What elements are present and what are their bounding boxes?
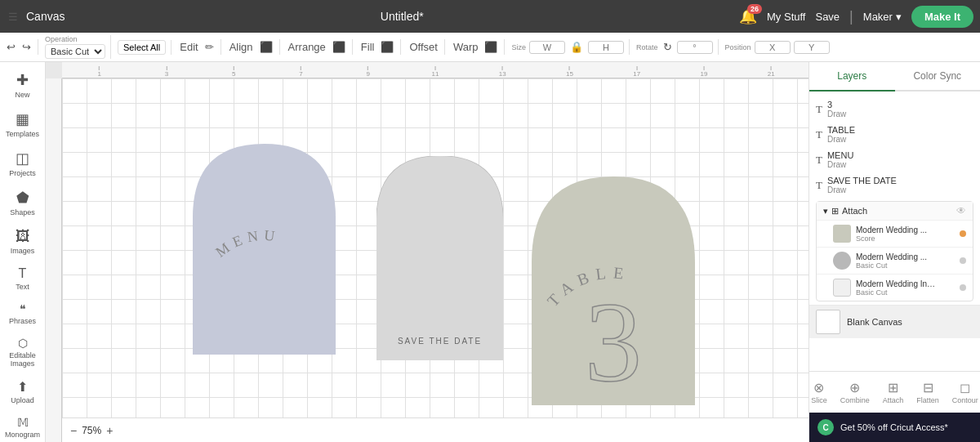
layer-name-save-the-date: SAVE THE DATE bbox=[827, 176, 973, 185]
doc-title: Untitled* bbox=[381, 10, 424, 23]
top-bar: ☰ Canvas Untitled* 🔔26 My Stuff Save | M… bbox=[0, 0, 980, 33]
redo-button[interactable]: ↪ bbox=[20, 39, 33, 55]
layer-item-save-the-date[interactable]: T SAVE THE DATE Draw bbox=[809, 172, 980, 198]
canvas-area[interactable]: 1 3 5 7 9 11 13 bbox=[46, 62, 808, 442]
size-group: Size 🔒 bbox=[511, 39, 630, 55]
sub-layer-thumb-invitation bbox=[833, 279, 851, 297]
layer-item-table[interactable]: T TABLE Draw bbox=[809, 122, 980, 147]
rotate-input[interactable] bbox=[677, 41, 713, 54]
offset-button[interactable]: Offset bbox=[408, 39, 439, 55]
make-it-button[interactable]: Make It bbox=[911, 6, 973, 28]
maker-button[interactable]: Maker ▾ bbox=[863, 11, 902, 23]
projects-icon: ◫ bbox=[16, 150, 29, 167]
sidebar-item-images[interactable]: 🖼 Images bbox=[0, 223, 45, 260]
table-card[interactable]: TABLE 3 bbox=[532, 176, 695, 405]
layer-icon-menu: T bbox=[816, 154, 822, 167]
layer-icon-save-the-date: T bbox=[816, 179, 822, 192]
attach-title: Attach bbox=[842, 206, 953, 216]
layer-sub-3: Draw bbox=[827, 109, 973, 118]
edit-button[interactable]: Edit bbox=[178, 39, 199, 55]
layer-item-3[interactable]: T 3 Draw bbox=[809, 96, 980, 122]
flatten-tool[interactable]: ⊟ Flatten bbox=[910, 377, 946, 408]
sub-layer-basic-cut[interactable]: Modern Wedding ... Basic Cut bbox=[817, 247, 973, 274]
contour-label: Contour bbox=[952, 396, 978, 404]
attach-tool[interactable]: ⊞ Attach bbox=[876, 377, 911, 408]
blank-canvas-item[interactable]: Blank Canvas bbox=[809, 305, 980, 338]
save-button[interactable]: Save bbox=[815, 11, 840, 23]
slice-tool[interactable]: ⊗ Slice bbox=[804, 377, 834, 408]
contour-tool[interactable]: ◻ Contour bbox=[946, 377, 980, 408]
offset-group: Offset bbox=[408, 39, 444, 55]
my-stuff-button[interactable]: My Stuff bbox=[767, 11, 805, 23]
sidebar-item-projects[interactable]: ◫ Projects bbox=[0, 145, 45, 182]
shapes-icon: ⬟ bbox=[16, 189, 29, 207]
sidebar-item-text[interactable]: T Text bbox=[0, 261, 45, 296]
sub-layer-invitation[interactable]: Modern Wedding Invitatio... Basic Cut bbox=[817, 274, 973, 301]
canvas-content[interactable]: MENU SAVE THE DATE bbox=[62, 78, 808, 417]
arrange-icon[interactable]: ⬛ bbox=[331, 39, 347, 55]
arrange-button[interactable]: Arrange bbox=[287, 39, 327, 55]
layer-item-menu[interactable]: T MENU Draw bbox=[809, 147, 980, 172]
layer-sub-menu: Draw bbox=[827, 160, 973, 169]
zoom-out-button[interactable]: − bbox=[70, 424, 77, 437]
sidebar-label-editable-images: EditableImages bbox=[9, 351, 36, 368]
attach-header[interactable]: ▾ ⊞ Attach 👁 bbox=[817, 202, 973, 220]
zoom-in-button[interactable]: + bbox=[106, 424, 113, 437]
menu-card[interactable]: MENU bbox=[193, 144, 336, 355]
blank-canvas-label: Blank Canvas bbox=[847, 317, 902, 327]
edit-icon[interactable]: ✏ bbox=[203, 39, 216, 55]
top-bar-center: Untitled* bbox=[71, 10, 733, 23]
sidebar-item-monogram[interactable]: 𝕄 Monogram bbox=[0, 411, 45, 442]
operation-label: Operation bbox=[45, 35, 105, 43]
sidebar-item-editable-images[interactable]: ⬡ EditableImages bbox=[0, 332, 45, 373]
align-icon[interactable]: ⬛ bbox=[258, 39, 274, 55]
contour-icon: ◻ bbox=[960, 380, 970, 395]
eye-icon[interactable]: 👁 bbox=[956, 205, 966, 217]
size-h-input[interactable] bbox=[588, 41, 624, 54]
tab-color-sync[interactable]: Color Sync bbox=[895, 62, 981, 92]
align-button[interactable]: Align bbox=[228, 39, 255, 55]
rotate-icon[interactable]: ↻ bbox=[662, 39, 674, 55]
left-sidebar: ✚ New ▦ Templates ◫ Projects ⬟ Shapes 🖼 … bbox=[0, 62, 46, 442]
sub-layer-thumb-score bbox=[833, 225, 851, 243]
sidebar-label-images: Images bbox=[11, 247, 35, 255]
size-w-input[interactable] bbox=[529, 41, 565, 54]
notifications-button[interactable]: 🔔26 bbox=[739, 7, 757, 25]
sidebar-item-templates[interactable]: ▦ Templates bbox=[0, 105, 45, 143]
layer-name-table: TABLE bbox=[827, 125, 973, 135]
position-x-input[interactable] bbox=[755, 41, 791, 54]
lock-icon[interactable]: 🔒 bbox=[568, 39, 585, 55]
ruler-tick-3: 5 bbox=[232, 66, 235, 78]
operation-select[interactable]: Basic Cut Draw Score bbox=[45, 44, 105, 59]
position-y-input[interactable] bbox=[794, 41, 830, 54]
layer-name-3: 3 bbox=[827, 100, 973, 109]
sub-layer-name-invitation: Modern Wedding Invitatio... bbox=[856, 279, 938, 288]
warp-icon[interactable]: ⬛ bbox=[483, 39, 499, 55]
sub-layer-thumb-basic-cut bbox=[833, 252, 851, 270]
fill-icon[interactable]: ⬛ bbox=[379, 39, 395, 55]
layer-icon-3: T bbox=[816, 103, 822, 116]
sidebar-label-shapes: Shapes bbox=[10, 208, 35, 217]
notif-badge: 26 bbox=[747, 4, 762, 14]
sidebar-item-phrases[interactable]: ❝ Phrases bbox=[0, 297, 45, 330]
sub-layer-score[interactable]: Modern Wedding ... Score bbox=[817, 220, 973, 247]
select-all-button[interactable]: Select All bbox=[118, 40, 166, 55]
sidebar-label-projects: Projects bbox=[9, 169, 36, 177]
hamburger-menu[interactable]: ☰ bbox=[7, 9, 20, 25]
undo-button[interactable]: ↩ bbox=[5, 39, 17, 55]
warp-button[interactable]: Warp bbox=[452, 39, 480, 55]
layers-panel: T 3 Draw T TABLE Draw T MENU Draw bbox=[809, 92, 980, 371]
date-card[interactable]: SAVE THE DATE bbox=[376, 156, 503, 360]
tab-layers[interactable]: Layers bbox=[809, 62, 895, 92]
sidebar-item-new[interactable]: ✚ New bbox=[0, 66, 45, 104]
flatten-label: Flatten bbox=[916, 396, 939, 404]
cricut-promo[interactable]: C Get 50% off Cricut Access* bbox=[809, 413, 980, 442]
select-all-group: Select All bbox=[118, 40, 172, 55]
sub-layer-name-score: Modern Wedding ... bbox=[856, 225, 938, 234]
combine-tool[interactable]: ⊕ Combine bbox=[834, 377, 876, 408]
sidebar-item-upload[interactable]: ⬆ Upload bbox=[0, 374, 45, 409]
sidebar-item-shapes[interactable]: ⬟ Shapes bbox=[0, 184, 45, 221]
sub-layer-op-score: Score bbox=[856, 234, 955, 243]
fill-button[interactable]: Fill bbox=[359, 39, 376, 55]
table-card-svg: TABLE 3 bbox=[532, 176, 695, 405]
